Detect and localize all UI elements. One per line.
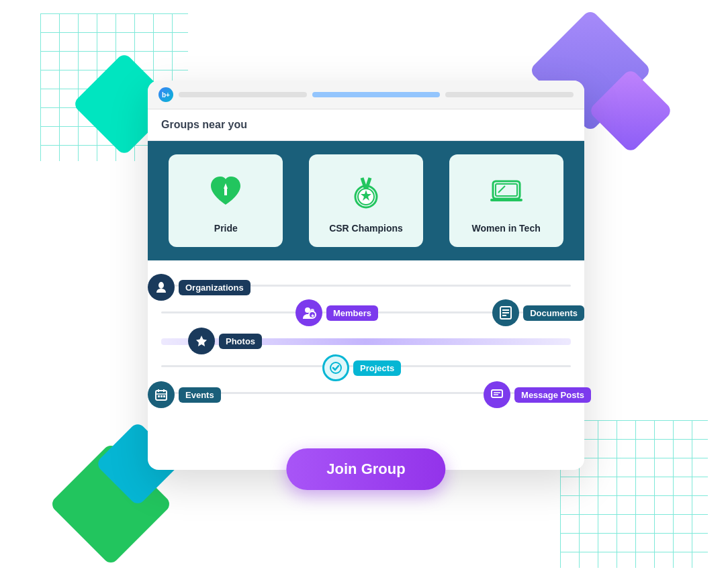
svg-rect-25 bbox=[158, 395, 160, 397]
svg-line-9 bbox=[498, 186, 505, 193]
browser-bar-1 bbox=[179, 92, 307, 97]
message-posts-badge: Message Posts bbox=[484, 381, 591, 408]
main-ui-card: b+ Groups near you Pride bbox=[148, 81, 584, 470]
members-badge: ★ Members bbox=[295, 299, 378, 326]
csr-icon bbox=[343, 168, 390, 215]
photos-icon bbox=[188, 328, 215, 354]
documents-badge: Documents bbox=[492, 299, 584, 326]
members-label: Members bbox=[326, 305, 378, 321]
groups-near-you-header: Groups near you bbox=[148, 109, 584, 141]
events-label: Events bbox=[179, 387, 221, 403]
women-tech-icon bbox=[483, 168, 530, 215]
pride-label: Pride bbox=[214, 223, 238, 234]
svg-rect-28 bbox=[492, 390, 502, 397]
documents-icon bbox=[492, 299, 519, 326]
browser-bar-3 bbox=[445, 92, 574, 97]
women-tech-label: Women in Tech bbox=[472, 223, 541, 234]
organizations-label: Organizations bbox=[179, 280, 251, 295]
group-card-pride[interactable]: Pride bbox=[169, 154, 283, 247]
projects-icon bbox=[322, 354, 349, 381]
events-badge: Events bbox=[148, 381, 221, 408]
svg-rect-27 bbox=[163, 395, 165, 397]
projects-badge: Projects bbox=[322, 354, 401, 381]
documents-label: Documents bbox=[523, 305, 584, 321]
projects-label: Projects bbox=[353, 360, 401, 376]
browser-chrome: b+ bbox=[148, 81, 584, 109]
join-group-button[interactable]: Join Group bbox=[286, 448, 445, 490]
photos-badge: Photos bbox=[188, 328, 262, 354]
group-card-women-tech[interactable]: Women in Tech bbox=[449, 154, 563, 247]
message-posts-label: Message Posts bbox=[514, 387, 591, 403]
photos-label: Photos bbox=[219, 334, 262, 349]
message-posts-icon bbox=[484, 381, 510, 408]
svg-rect-1 bbox=[224, 189, 227, 195]
events-icon bbox=[148, 381, 175, 408]
browser-bar-2 bbox=[312, 92, 441, 97]
members-icon: ★ bbox=[295, 299, 322, 326]
group-card-csr[interactable]: CSR Champions bbox=[309, 154, 423, 247]
pride-icon bbox=[202, 168, 249, 215]
svg-marker-19 bbox=[196, 336, 207, 346]
svg-rect-8 bbox=[496, 184, 517, 196]
features-area: Organizations ★ Members bbox=[148, 260, 584, 435]
organizations-icon bbox=[148, 274, 175, 301]
svg-rect-26 bbox=[161, 395, 163, 397]
groups-grid: Pride CSR Champions bbox=[148, 141, 584, 260]
svg-text:★: ★ bbox=[310, 313, 315, 319]
csr-label: CSR Champions bbox=[329, 223, 403, 234]
svg-rect-10 bbox=[490, 199, 522, 201]
browser-logo: b+ bbox=[158, 87, 173, 102]
organizations-badge: Organizations bbox=[148, 274, 251, 301]
